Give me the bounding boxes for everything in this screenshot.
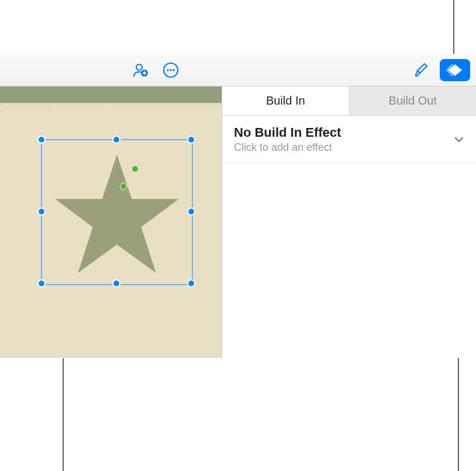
svg-point-5 bbox=[167, 69, 169, 71]
animate-button[interactable] bbox=[440, 59, 470, 81]
vertex-handle-inner[interactable] bbox=[120, 183, 127, 190]
format-button[interactable] bbox=[409, 58, 433, 82]
callout-line-bottom-left bbox=[63, 358, 64, 471]
bottom-area bbox=[0, 358, 476, 471]
inspector-empty-area bbox=[222, 164, 476, 358]
person-plus-icon bbox=[132, 61, 149, 79]
ellipsis-circle-icon bbox=[162, 61, 180, 79]
callout-line-bottom-right bbox=[458, 358, 459, 471]
more-button[interactable] bbox=[159, 58, 182, 82]
content-area: Build In Build Out No Build In Effect Cl… bbox=[0, 86, 476, 358]
svg-point-6 bbox=[170, 69, 172, 71]
effect-selector[interactable]: No Build In Effect Click to add an effec… bbox=[222, 116, 476, 164]
svg-marker-8 bbox=[55, 155, 179, 273]
vertex-handle-outer[interactable] bbox=[132, 165, 139, 172]
collaborate-button[interactable] bbox=[129, 58, 152, 82]
chevron-down-icon bbox=[454, 136, 464, 143]
effect-title: No Build In Effect bbox=[234, 125, 454, 140]
svg-point-0 bbox=[136, 64, 142, 70]
toolbar bbox=[0, 54, 476, 86]
app-window: Build In Build Out No Build In Effect Cl… bbox=[0, 54, 476, 471]
effect-subtitle: Click to add an effect bbox=[234, 141, 454, 154]
build-tabs: Build In Build Out bbox=[222, 86, 476, 116]
star-icon bbox=[50, 148, 184, 282]
slide-canvas[interactable] bbox=[0, 86, 222, 358]
effect-info: No Build In Effect Click to add an effec… bbox=[234, 125, 454, 154]
tab-build-in-label: Build In bbox=[266, 94, 305, 108]
animate-diamond-icon bbox=[446, 63, 464, 78]
tab-build-out-label: Build Out bbox=[389, 94, 437, 108]
callout-line-top bbox=[453, 0, 454, 54]
canvas-top-band bbox=[0, 86, 222, 105]
toolbar-left-group bbox=[129, 58, 182, 82]
svg-point-7 bbox=[173, 69, 175, 71]
tab-build-out[interactable]: Build Out bbox=[350, 86, 477, 115]
paintbrush-icon bbox=[413, 62, 429, 78]
star-shape[interactable] bbox=[50, 148, 184, 282]
inspector-panel: Build In Build Out No Build In Effect Cl… bbox=[222, 86, 476, 358]
tab-build-in[interactable]: Build In bbox=[222, 86, 350, 115]
